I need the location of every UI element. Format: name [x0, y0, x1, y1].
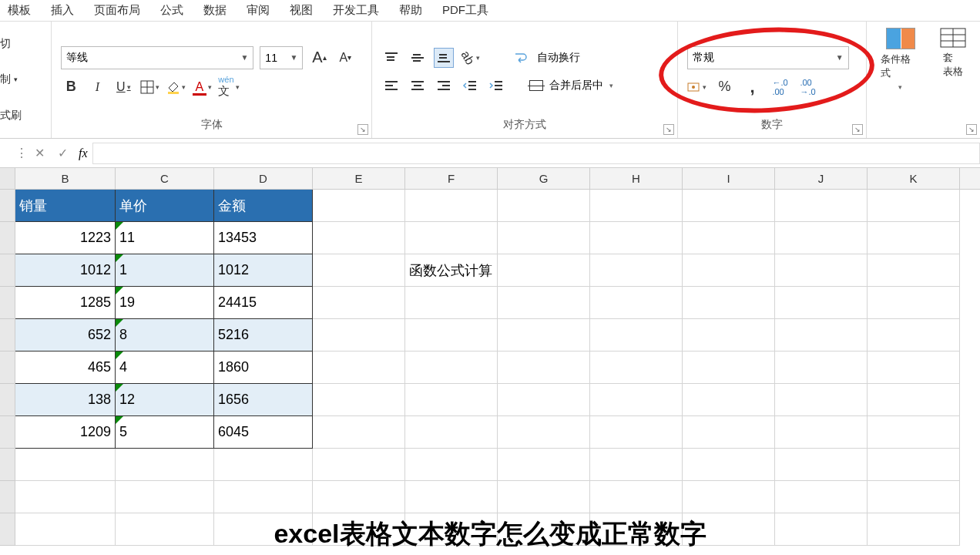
row-header[interactable] [0, 190, 15, 222]
chevron-down-icon[interactable]: ▾ [609, 82, 613, 89]
cell[interactable] [683, 352, 775, 384]
cell[interactable] [498, 481, 590, 513]
cell[interactable] [313, 449, 405, 481]
cell[interactable] [313, 319, 405, 352]
cell-amount[interactable]: 1860 [214, 352, 313, 384]
menu-help[interactable]: 帮助 [399, 3, 422, 18]
cell[interactable] [214, 449, 313, 481]
cell[interactable] [868, 449, 960, 481]
table-header[interactable]: 单价 [116, 190, 214, 222]
cell[interactable] [775, 190, 868, 222]
cell-sales[interactable]: 1012 [15, 254, 116, 287]
col-header-G[interactable]: G [498, 168, 590, 189]
cell[interactable] [683, 190, 775, 222]
cell[interactable] [116, 449, 214, 481]
copy-button[interactable]: 制▾ [0, 72, 18, 86]
fill-color-button[interactable]: ▾ [166, 77, 186, 97]
format-as-table-button[interactable]: 套 表格 [935, 28, 971, 79]
cell[interactable] [868, 384, 960, 416]
cell[interactable] [683, 222, 775, 254]
cell-amount[interactable]: 24415 [214, 287, 313, 319]
cell-sales[interactable]: 138 [15, 384, 116, 416]
cell-amount[interactable]: 5216 [214, 319, 313, 352]
cell-amount[interactable]: 1656 [214, 384, 313, 416]
formula-input[interactable] [92, 143, 980, 164]
cell[interactable] [313, 190, 405, 222]
grow-font-button[interactable]: A▴ [309, 48, 329, 68]
cell-price[interactable]: 12 [116, 384, 214, 416]
cell-price[interactable]: 5 [116, 416, 214, 449]
italic-button[interactable]: I [87, 77, 107, 97]
cell-amount[interactable]: 6045 [214, 416, 313, 449]
cell[interactable] [775, 287, 868, 319]
cell[interactable] [313, 287, 405, 319]
cell[interactable] [405, 352, 498, 384]
cell[interactable] [775, 416, 868, 449]
cell[interactable] [775, 449, 868, 481]
cell[interactable] [590, 254, 683, 287]
cell-sales[interactable]: 1285 [15, 287, 116, 319]
cell[interactable] [683, 319, 775, 352]
cell[interactable] [868, 319, 960, 352]
cell[interactable] [313, 254, 405, 287]
cell[interactable] [868, 416, 960, 449]
confirm-icon[interactable]: ✓ [51, 146, 74, 160]
row-header[interactable] [0, 319, 15, 352]
alignment-launcher[interactable]: ↘ [663, 124, 674, 135]
cell-sales[interactable]: 1209 [15, 416, 116, 449]
cell[interactable] [775, 254, 868, 287]
cell[interactable] [590, 319, 683, 352]
grid[interactable]: 销量单价金额12231113453101211012函数公式计算12851924… [0, 190, 980, 546]
cell[interactable] [590, 416, 683, 449]
col-header-I[interactable]: I [683, 168, 775, 189]
decrease-indent-button[interactable] [460, 76, 480, 96]
cell[interactable] [590, 481, 683, 513]
cell[interactable] [15, 449, 116, 481]
cell[interactable] [405, 481, 498, 513]
cell[interactable] [868, 190, 960, 222]
merge-center-button[interactable]: 合并后居中 [549, 79, 603, 92]
cell[interactable] [775, 352, 868, 384]
col-header-J[interactable]: J [775, 168, 868, 189]
orientation-button[interactable]: ab▾ [460, 48, 480, 68]
cell[interactable] [775, 222, 868, 254]
align-right-button[interactable] [434, 76, 454, 96]
cell[interactable] [405, 319, 498, 352]
font-family-select[interactable]: 等线 ▼ [61, 46, 253, 69]
cell[interactable] [405, 449, 498, 481]
cell[interactable] [313, 384, 405, 416]
col-header-F[interactable]: F [405, 168, 498, 189]
cell[interactable] [683, 481, 775, 513]
cell[interactable] [498, 416, 590, 449]
cell[interactable] [498, 222, 590, 254]
cell[interactable] [405, 384, 498, 416]
col-header-H[interactable]: H [590, 168, 683, 189]
cut-button[interactable]: 切 [0, 37, 11, 51]
row-header[interactable] [0, 449, 15, 481]
cell[interactable] [313, 352, 405, 384]
cell[interactable] [590, 352, 683, 384]
menu-data[interactable]: 数据 [203, 3, 227, 18]
cell[interactable] [868, 287, 960, 319]
shrink-font-button[interactable]: A▾ [335, 48, 355, 68]
underline-button[interactable]: U▾ [113, 77, 133, 97]
cell-price[interactable]: 19 [116, 287, 214, 319]
conditional-format-button[interactable]: 条件格式 ▾ [876, 28, 925, 91]
cell[interactable] [498, 449, 590, 481]
table-header[interactable]: 销量 [15, 190, 116, 222]
cell-price[interactable]: 4 [116, 352, 214, 384]
cell[interactable] [590, 384, 683, 416]
table-header[interactable]: 金额 [214, 190, 313, 222]
cell[interactable] [313, 481, 405, 513]
menu-page-layout[interactable]: 页面布局 [94, 3, 140, 18]
cell[interactable] [683, 254, 775, 287]
cell-price[interactable]: 11 [116, 222, 214, 254]
cell[interactable] [868, 222, 960, 254]
col-header-E[interactable]: E [313, 168, 405, 189]
cell[interactable] [214, 481, 313, 513]
cell[interactable] [15, 481, 116, 513]
cell-sales[interactable]: 1223 [15, 222, 116, 254]
cell[interactable] [775, 481, 868, 513]
cell[interactable] [590, 287, 683, 319]
font-color-button[interactable]: A ▾ [192, 77, 212, 97]
